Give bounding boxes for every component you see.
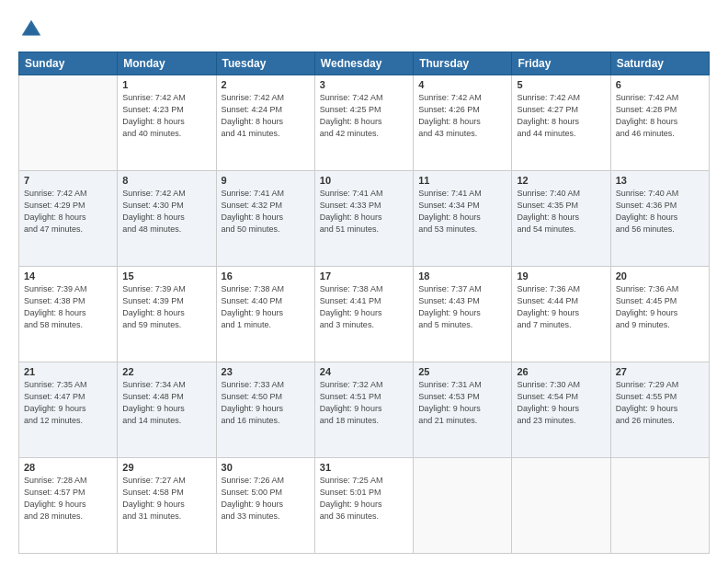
day-number: 20 [616, 270, 704, 282]
day-detail: Sunrise: 7:36 AM Sunset: 4:44 PM Dayligh… [517, 283, 605, 331]
day-number: 5 [517, 79, 605, 90]
calendar-cell: 9Sunrise: 7:41 AM Sunset: 4:32 PM Daylig… [216, 171, 314, 267]
weekday-header-thursday: Thursday [414, 52, 512, 75]
day-detail: Sunrise: 7:26 AM Sunset: 5:00 PM Dayligh… [222, 475, 310, 523]
week-row-4: 21Sunrise: 7:35 AM Sunset: 4:47 PM Dayli… [19, 362, 710, 458]
calendar-cell: 17Sunrise: 7:38 AM Sunset: 4:41 PM Dayli… [314, 267, 413, 362]
weekday-header-wednesday: Wednesday [314, 52, 413, 75]
day-detail: Sunrise: 7:42 AM Sunset: 4:25 PM Dayligh… [320, 92, 408, 140]
day-detail: Sunrise: 7:37 AM Sunset: 4:43 PM Dayligh… [418, 283, 506, 331]
day-detail: Sunrise: 7:30 AM Sunset: 4:54 PM Dayligh… [517, 379, 605, 427]
weekday-header-row: SundayMondayTuesdayWednesdayThursdayFrid… [19, 52, 710, 75]
day-number: 7 [24, 175, 112, 186]
calendar-cell: 20Sunrise: 7:36 AM Sunset: 4:45 PM Dayli… [610, 267, 709, 362]
calendar-cell: 31Sunrise: 7:25 AM Sunset: 5:01 PM Dayli… [314, 458, 413, 554]
weekday-header-sunday: Sunday [19, 52, 118, 75]
weekday-header-saturday: Saturday [610, 52, 709, 75]
calendar-cell: 3Sunrise: 7:42 AM Sunset: 4:25 PM Daylig… [314, 75, 413, 171]
logo-icon [18, 17, 44, 42]
day-number: 23 [222, 366, 310, 377]
day-detail: Sunrise: 7:40 AM Sunset: 4:35 PM Dayligh… [517, 188, 605, 236]
calendar-cell: 21Sunrise: 7:35 AM Sunset: 4:47 PM Dayli… [19, 362, 118, 458]
day-detail: Sunrise: 7:42 AM Sunset: 4:24 PM Dayligh… [222, 92, 310, 140]
day-detail: Sunrise: 7:42 AM Sunset: 4:28 PM Dayligh… [616, 92, 704, 140]
day-detail: Sunrise: 7:28 AM Sunset: 4:57 PM Dayligh… [24, 475, 112, 523]
calendar-cell [512, 458, 610, 554]
day-number: 24 [320, 366, 408, 377]
day-number: 3 [320, 79, 408, 90]
day-number: 9 [222, 175, 310, 186]
day-detail: Sunrise: 7:42 AM Sunset: 4:26 PM Dayligh… [418, 92, 506, 140]
day-number: 30 [222, 462, 310, 473]
day-number: 13 [616, 175, 704, 186]
day-number: 27 [616, 366, 704, 377]
calendar-cell: 15Sunrise: 7:39 AM Sunset: 4:39 PM Dayli… [118, 267, 216, 362]
day-number: 29 [122, 462, 210, 473]
weekday-header-friday: Friday [512, 52, 610, 75]
calendar-cell: 25Sunrise: 7:31 AM Sunset: 4:53 PM Dayli… [414, 362, 512, 458]
day-number: 2 [222, 79, 310, 90]
day-detail: Sunrise: 7:42 AM Sunset: 4:29 PM Dayligh… [24, 188, 112, 236]
calendar-cell: 19Sunrise: 7:36 AM Sunset: 4:44 PM Dayli… [512, 267, 610, 362]
day-number: 25 [418, 366, 506, 377]
day-detail: Sunrise: 7:32 AM Sunset: 4:51 PM Dayligh… [320, 379, 408, 427]
day-detail: Sunrise: 7:41 AM Sunset: 4:34 PM Dayligh… [418, 188, 506, 236]
day-detail: Sunrise: 7:25 AM Sunset: 5:01 PM Dayligh… [320, 475, 408, 523]
day-number: 6 [616, 79, 704, 90]
day-number: 28 [24, 462, 112, 473]
calendar-cell: 28Sunrise: 7:28 AM Sunset: 4:57 PM Dayli… [19, 458, 118, 554]
day-number: 1 [122, 79, 210, 90]
day-detail: Sunrise: 7:42 AM Sunset: 4:27 PM Dayligh… [517, 92, 605, 140]
calendar-cell: 10Sunrise: 7:41 AM Sunset: 4:33 PM Dayli… [314, 171, 413, 267]
logo [18, 17, 48, 42]
calendar-cell: 5Sunrise: 7:42 AM Sunset: 4:27 PM Daylig… [512, 75, 610, 171]
week-row-5: 28Sunrise: 7:28 AM Sunset: 4:57 PM Dayli… [19, 458, 710, 554]
header [18, 17, 710, 42]
calendar-cell: 24Sunrise: 7:32 AM Sunset: 4:51 PM Dayli… [314, 362, 413, 458]
day-number: 21 [24, 366, 112, 377]
calendar-cell: 14Sunrise: 7:39 AM Sunset: 4:38 PM Dayli… [19, 267, 118, 362]
day-number: 11 [418, 175, 506, 186]
calendar-cell: 16Sunrise: 7:38 AM Sunset: 4:40 PM Dayli… [216, 267, 314, 362]
calendar-cell: 22Sunrise: 7:34 AM Sunset: 4:48 PM Dayli… [118, 362, 216, 458]
calendar-cell: 2Sunrise: 7:42 AM Sunset: 4:24 PM Daylig… [216, 75, 314, 171]
day-number: 18 [418, 270, 506, 282]
calendar-cell: 8Sunrise: 7:42 AM Sunset: 4:30 PM Daylig… [118, 171, 216, 267]
day-number: 12 [517, 175, 605, 186]
calendar-cell: 27Sunrise: 7:29 AM Sunset: 4:55 PM Dayli… [610, 362, 709, 458]
day-number: 31 [320, 462, 408, 473]
day-detail: Sunrise: 7:34 AM Sunset: 4:48 PM Dayligh… [122, 379, 210, 427]
day-detail: Sunrise: 7:41 AM Sunset: 4:33 PM Dayligh… [320, 188, 408, 236]
calendar-cell: 30Sunrise: 7:26 AM Sunset: 5:00 PM Dayli… [216, 458, 314, 554]
day-detail: Sunrise: 7:29 AM Sunset: 4:55 PM Dayligh… [616, 379, 704, 427]
week-row-1: 1Sunrise: 7:42 AM Sunset: 4:23 PM Daylig… [19, 75, 710, 171]
day-detail: Sunrise: 7:38 AM Sunset: 4:41 PM Dayligh… [320, 283, 408, 331]
calendar-cell [19, 75, 118, 171]
calendar-table: SundayMondayTuesdayWednesdayThursdayFrid… [18, 52, 710, 554]
calendar-cell: 23Sunrise: 7:33 AM Sunset: 4:50 PM Dayli… [216, 362, 314, 458]
page: SundayMondayTuesdayWednesdayThursdayFrid… [0, 0, 728, 563]
day-detail: Sunrise: 7:41 AM Sunset: 4:32 PM Dayligh… [222, 188, 310, 236]
day-number: 10 [320, 175, 408, 186]
calendar-cell: 11Sunrise: 7:41 AM Sunset: 4:34 PM Dayli… [414, 171, 512, 267]
day-number: 16 [222, 270, 310, 282]
day-detail: Sunrise: 7:38 AM Sunset: 4:40 PM Dayligh… [222, 283, 310, 331]
day-detail: Sunrise: 7:31 AM Sunset: 4:53 PM Dayligh… [418, 379, 506, 427]
calendar-cell [414, 458, 512, 554]
day-detail: Sunrise: 7:35 AM Sunset: 4:47 PM Dayligh… [24, 379, 112, 427]
day-detail: Sunrise: 7:40 AM Sunset: 4:36 PM Dayligh… [616, 188, 704, 236]
weekday-header-tuesday: Tuesday [216, 52, 314, 75]
calendar-cell: 4Sunrise: 7:42 AM Sunset: 4:26 PM Daylig… [414, 75, 512, 171]
day-number: 4 [418, 79, 506, 90]
calendar-cell: 29Sunrise: 7:27 AM Sunset: 4:58 PM Dayli… [118, 458, 216, 554]
calendar-cell: 1Sunrise: 7:42 AM Sunset: 4:23 PM Daylig… [118, 75, 216, 171]
day-number: 8 [122, 175, 210, 186]
calendar-cell: 7Sunrise: 7:42 AM Sunset: 4:29 PM Daylig… [19, 171, 118, 267]
day-detail: Sunrise: 7:39 AM Sunset: 4:39 PM Dayligh… [122, 283, 210, 331]
day-number: 19 [517, 270, 605, 282]
calendar-cell: 18Sunrise: 7:37 AM Sunset: 4:43 PM Dayli… [414, 267, 512, 362]
calendar-cell [610, 458, 709, 554]
calendar-cell: 26Sunrise: 7:30 AM Sunset: 4:54 PM Dayli… [512, 362, 610, 458]
day-number: 15 [122, 270, 210, 282]
day-detail: Sunrise: 7:42 AM Sunset: 4:23 PM Dayligh… [122, 92, 210, 140]
